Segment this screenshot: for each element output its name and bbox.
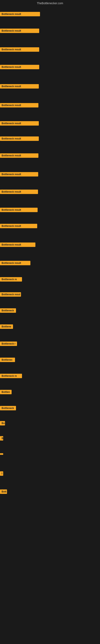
bottleneck-result-item[interactable]: Bottleneck resul: [0, 292, 21, 297]
bottleneck-result-item[interactable]: Bottleneck: [0, 308, 16, 313]
bottleneck-result-item[interactable]: Bottleneck re: [0, 277, 22, 282]
bottleneck-result-item[interactable]: Bottleneck result: [0, 190, 38, 194]
bottleneck-result-item[interactable]: Bottleneck result: [0, 84, 39, 88]
bottleneck-result-item[interactable]: Bottleneck: [0, 406, 16, 410]
bottleneck-result-item[interactable]: Bottleneck re: [0, 374, 22, 378]
bottleneck-result-item[interactable]: Bottleneck result: [0, 172, 38, 176]
bottleneck-result-item[interactable]: Bottleneck result: [0, 121, 39, 126]
bottleneck-result-item[interactable]: Bottleneck result: [0, 136, 39, 141]
bottleneck-result-item[interactable]: Bottleneck result: [0, 153, 38, 158]
bottleneck-result-item[interactable]: Bottleneck result: [0, 103, 38, 108]
bottleneck-result-item[interactable]: Bo: [0, 421, 5, 426]
bottleneck-result-item[interactable]: Bottleneck result: [0, 65, 39, 69]
bottleneck-result-item[interactable]: Bottleneck result: [0, 224, 37, 228]
bottleneck-result-item[interactable]: Bottlene: [0, 324, 13, 329]
bottleneck-result-item[interactable]: I: [0, 471, 3, 476]
bottleneck-result-item[interactable]: Bottleneck result: [0, 261, 30, 265]
bottleneck-result-item[interactable]: Bottleneck result: [0, 242, 35, 247]
bottleneck-result-item[interactable]: Bottleneck r: [0, 342, 17, 346]
bottleneck-result-item[interactable]: Bottleneck result: [0, 208, 38, 212]
bottleneck-result-item[interactable]: Bott: [0, 490, 7, 494]
bottleneck-result-item[interactable]: [0, 453, 3, 455]
bottleneck-result-item[interactable]: Bottlen: [0, 390, 12, 394]
bottleneck-result-item[interactable]: Bottleneck result: [0, 12, 40, 16]
bottleneck-result-item[interactable]: Bottleneck result: [0, 28, 39, 33]
bottleneck-result-item[interactable]: Bottleneck result: [0, 47, 39, 52]
bottleneck-result-item[interactable]: Bottlenec: [0, 358, 15, 362]
site-title: TheBottlenecker.com: [0, 0, 100, 6]
bottleneck-result-item[interactable]: B: [0, 436, 3, 440]
